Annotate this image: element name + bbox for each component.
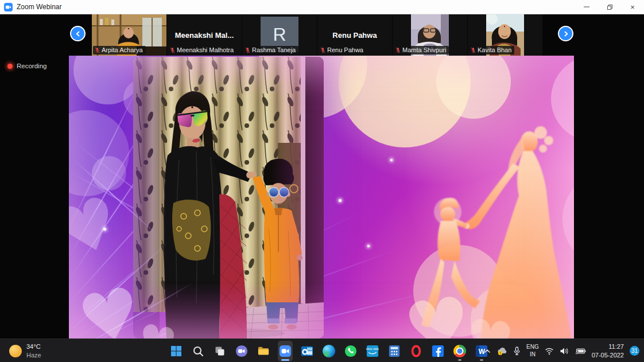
taskbar-opera-button[interactable] — [409, 341, 424, 361]
participant-strip: Arpita Acharya Meenakshi Mal... Meenaksh… — [0, 14, 644, 56]
cloud-status-icon[interactable] — [497, 347, 507, 356]
muted-mic-icon — [395, 47, 401, 53]
zoom-app-icon — [4, 3, 13, 11]
clock[interactable]: 11:27 07-05-2022 — [592, 342, 624, 359]
task-view-icon — [214, 345, 226, 357]
taskbar-edge-button[interactable] — [321, 341, 336, 361]
participant-tile-kavita[interactable]: Kavita Bhan — [468, 14, 542, 56]
sparkle — [390, 159, 393, 161]
taskbar-start-button[interactable] — [169, 341, 184, 361]
muted-mic-icon — [471, 47, 476, 53]
whatsapp-icon — [344, 345, 357, 357]
chevron-left-icon — [74, 30, 82, 38]
participant-name-label: Kavita Bhan — [469, 46, 514, 55]
participant-name-label: Rashma Taneja — [243, 46, 298, 55]
taskbar-whatsapp-button[interactable] — [343, 341, 358, 361]
heart-shape: ♥ — [400, 286, 477, 338]
weather-temperature: 34°C — [26, 342, 41, 351]
muted-mic-icon — [170, 47, 175, 53]
taskbar-task-view-button[interactable] — [212, 341, 227, 361]
tray-microphone-icon[interactable] — [513, 347, 521, 356]
sparkle — [367, 245, 370, 247]
taskbar-chat-button[interactable] — [234, 341, 249, 361]
facebook-icon — [432, 345, 444, 357]
window-title: Zoom Webinar — [17, 3, 61, 11]
participant-name-label: Arpita Acharya — [93, 46, 146, 55]
recording-indicator: Recording — [7, 63, 46, 69]
time: 11:27 — [592, 342, 624, 351]
windows-taskbar: 34°C Haze p — [0, 338, 644, 362]
muted-mic-icon — [320, 47, 325, 53]
recording-label: Recording — [17, 63, 46, 69]
participant-name-label: Meenakshi Malhotra — [168, 46, 236, 55]
previous-participants-button[interactable] — [70, 26, 86, 41]
heart-shape: ♥ — [134, 318, 180, 338]
participant-tile-renu[interactable]: Renu Pahwa Renu Pahwa — [317, 14, 392, 56]
participant-tile-mamta[interactable]: Mamta Shivpuri — [393, 14, 467, 56]
taskbar-chrome-button[interactable] — [452, 341, 467, 361]
outlook-icon — [301, 345, 313, 357]
taskbar-file-explorer-button[interactable] — [256, 341, 271, 361]
date: 07-05-2022 — [592, 351, 624, 359]
svg-text:prime video: prime video — [366, 347, 379, 351]
taskbar-zoom-button[interactable] — [278, 341, 293, 361]
minimize-button[interactable] — [575, 0, 598, 14]
folder-icon — [257, 345, 270, 357]
weather-condition: Haze — [26, 351, 41, 359]
close-icon: × — [630, 3, 635, 11]
heart-shape: ♥ — [462, 312, 517, 338]
participant-tile-arpita[interactable]: Arpita Acharya — [92, 14, 166, 56]
language-indicator[interactable]: ENG IN — [526, 344, 539, 358]
zoom-icon — [279, 345, 292, 357]
search-icon — [192, 345, 204, 357]
muted-mic-icon — [245, 47, 250, 53]
battery-charging-icon[interactable] — [575, 347, 586, 355]
close-button[interactable]: × — [621, 0, 644, 14]
notification-count-badge[interactable]: 31 — [630, 346, 639, 356]
show-hidden-icons-chevron[interactable] — [483, 347, 491, 355]
speaker-icon[interactable] — [560, 347, 569, 355]
main-video: ♥ ♥ ♥ ♥ ♥ ♥ — [69, 56, 574, 338]
taskbar-outlook-button[interactable] — [300, 341, 315, 361]
zoom-meeting-area: Arpita Acharya Meenakshi Mal... Meenaksh… — [0, 14, 644, 338]
taskbar-calculator-button[interactable] — [387, 341, 402, 361]
taskbar-prime-video-button[interactable]: prime video — [365, 341, 380, 361]
chat-icon — [235, 345, 248, 357]
restore-button[interactable] — [598, 0, 621, 14]
haze-sun-icon — [9, 345, 22, 357]
muted-mic-icon — [95, 47, 100, 53]
chevron-right-icon — [562, 30, 570, 38]
participant-name-label: Renu Pahwa — [319, 46, 366, 55]
edge-icon — [323, 345, 335, 357]
chrome-icon — [453, 345, 466, 357]
next-participants-button[interactable] — [558, 26, 573, 41]
taskbar-facebook-button[interactable] — [430, 341, 445, 361]
participant-name-label: Mamta Shivpuri — [394, 46, 449, 55]
prime-video-icon: prime video — [366, 345, 379, 357]
restore-icon — [607, 5, 612, 10]
opera-icon — [410, 345, 422, 357]
calculator-icon — [388, 345, 401, 357]
participant-tile-rashma[interactable]: R Rashma Taneja — [242, 14, 317, 56]
active-app-indicator — [281, 359, 289, 361]
running-app-indicator — [458, 359, 461, 361]
wifi-icon[interactable] — [545, 347, 554, 355]
taskbar-search-button[interactable] — [191, 341, 205, 361]
family-photo — [133, 57, 324, 338]
sparkle — [339, 199, 342, 202]
recording-dot-icon — [7, 64, 13, 69]
window-titlebar: Zoom Webinar × — [0, 0, 644, 14]
weather-widget[interactable]: 34°C Haze — [9, 339, 41, 362]
windows-start-icon — [170, 345, 182, 357]
participant-tile-meenakshi[interactable]: Meenakshi Mal... Meenakshi Malhotra — [167, 14, 242, 56]
